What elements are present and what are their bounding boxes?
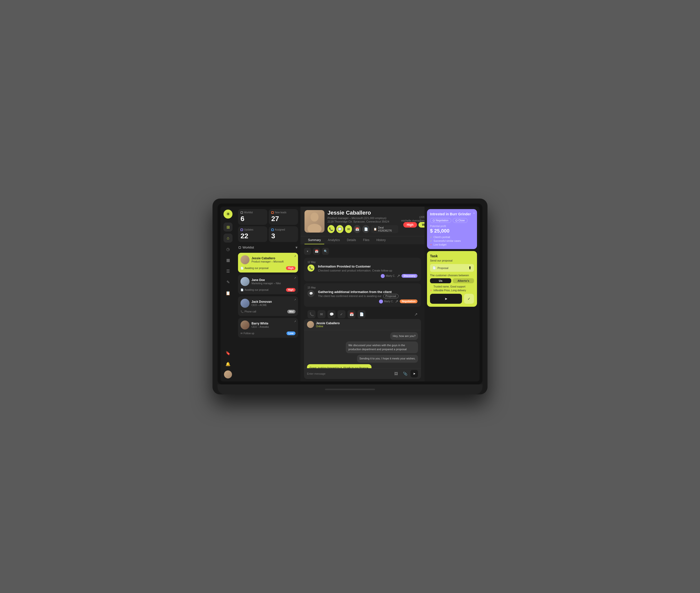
timeline-user-avatar-2 (379, 300, 383, 304)
image-attach-btn[interactable]: 🖼 (393, 370, 400, 377)
jane-status-icon: 📄 (241, 288, 244, 291)
task-check-1: ✓ Trusted name, Good support (430, 285, 474, 288)
expand-icon: ↗ (294, 255, 296, 258)
chat-send-btn[interactable]: ➤ (410, 370, 418, 378)
task-compare-options: Us Alberto's (430, 278, 474, 283)
timeline-item-2[interactable]: 15 May 💬 Gathering additional informatio… (304, 283, 421, 307)
timeline-item-1[interactable]: 12 May 📞 Information Provided to Custome… (304, 258, 421, 281)
deal-check-2: ✓ Successful similar cases (430, 240, 474, 242)
deal-profit-value: $ 25,000 (430, 228, 474, 234)
filter-search-btn[interactable]: 🔍 (322, 248, 329, 255)
contact-phone: (205) 555-0100 (401, 215, 425, 219)
deal-check-1: ✓ Client's portrait (430, 236, 474, 239)
user-avatar[interactable] (224, 370, 232, 379)
compare-alt-btn[interactable]: Alberto's (453, 278, 474, 283)
act-email-btn[interactable]: ✉ (318, 310, 326, 318)
task-check-no-icon-2: ✕ (430, 289, 432, 292)
email-action-btn[interactable]: ✉ (345, 225, 352, 233)
barry-role: CEO – Arasaka (252, 325, 269, 328)
barry-badge: Low (287, 331, 295, 335)
tab-details[interactable]: Details (343, 236, 360, 244)
filter-calendar-btn[interactable]: 📅 (313, 248, 320, 255)
sidebar-icon-doc[interactable]: 📋 (223, 288, 232, 298)
act-chat-btn[interactable]: 💬 (328, 310, 335, 318)
task-checklist: ✓ Trusted name, Good support ✕ Inflexibl… (430, 285, 474, 292)
sidebar-icon-home[interactable]: ⌂ (223, 234, 232, 243)
expand-icon-jane: ↗ (294, 277, 296, 279)
sidebar-icon-bookmark[interactable]: 🔖 (223, 349, 232, 357)
phone-action-btn[interactable]: 📞 (328, 225, 335, 233)
tab-files[interactable]: Files (360, 236, 373, 244)
doc-action-btn[interactable]: 📄 (362, 225, 369, 233)
act-doc-btn[interactable]: 📄 (358, 310, 366, 318)
contact-phone-email: (205) 555-0100 michelle.rivera@example.c… (401, 215, 425, 228)
tab-summary[interactable]: Summary (304, 236, 324, 244)
deal-card: + Intrested in Burr Grinder Negotiation … (427, 209, 477, 249)
keyboard-base (218, 385, 482, 394)
act-phone-btn[interactable]: 📞 (307, 310, 316, 318)
status-high-pill: High (403, 222, 417, 228)
expand-chat-icon[interactable]: ↗ (414, 312, 417, 317)
timeline-desc-1: Checked customer and product information… (318, 269, 392, 272)
jane-name: Jane Doe (252, 278, 281, 282)
proposal-upload-icon[interactable]: ⬆ (468, 266, 472, 270)
timeline-stage-1: Discovery (402, 274, 417, 278)
left-panel: Worklist 6 New leads 27 (235, 207, 300, 382)
stat-new-leads[interactable]: New leads 27 (269, 209, 298, 225)
contact-card-jessie[interactable]: ↗ Jessie Caballero Product manager – Mic… (238, 253, 298, 273)
stat-updates[interactable]: Updates 22 (238, 226, 267, 242)
svg-point-0 (310, 212, 319, 222)
timeline-icon-1: 📞 (307, 265, 315, 272)
timeline-user-avatar-1 (381, 274, 385, 278)
calendar-action-btn[interactable]: 📅 (354, 225, 361, 233)
sidebar-icon-chart[interactable]: ▦ (223, 255, 232, 265)
timeline-date-1: 12 May (307, 261, 417, 264)
jack-avatar (241, 299, 250, 308)
contact-actions: 📞 💬 ✉ 📅 📄 📋 Deal #32636276 (328, 225, 398, 233)
sidebar-icon-clock[interactable]: ◷ (223, 244, 232, 253)
expand-icon-barry: ↗ (294, 320, 296, 323)
deal-card-close-btn[interactable]: + (473, 211, 475, 215)
expand-timeline-2[interactable]: ↗ (395, 299, 398, 304)
chat-input[interactable] (307, 372, 391, 375)
sidebar-icon-calendar[interactable]: ☰ (223, 267, 232, 276)
task-complete-btn[interactable]: ✓ (464, 294, 474, 304)
jack-badge: Mid (287, 310, 295, 314)
deal-card-title: Intrested in Burr Grinder (430, 212, 474, 216)
expand-icon-jack: ↗ (294, 298, 296, 301)
stat-worklist[interactable]: Worklist 6 (238, 209, 267, 225)
proposal-icon: 📄 (241, 267, 244, 270)
contact-card-jack[interactable]: ↗ Jack Donovan CEO – ACME 📞 Phone call (238, 296, 298, 316)
timeline-area: ▾ 📅 🔍 12 May 📞 Information Provided to C… (300, 244, 425, 319)
sidebar-icon-edit[interactable]: ✎ (223, 278, 232, 286)
contact-card-barry[interactable]: ↗ Barry White CEO – Arasaka ✉ Follow up (238, 318, 298, 338)
new-leads-count: 27 (271, 215, 295, 223)
file-attach-btn[interactable]: 📎 (402, 370, 408, 377)
sidebar-icon-grid[interactable]: ⊞ (223, 223, 232, 232)
stat-assigned[interactable]: Assigned 3 (269, 226, 298, 242)
filter-funnel-btn[interactable]: ▾ (304, 248, 311, 255)
deal-stage-negotiation-btn[interactable]: Negotiation (430, 218, 451, 223)
tab-history[interactable]: History (373, 236, 389, 244)
tab-analytics[interactable]: Analytics (324, 236, 343, 244)
task-send-btn[interactable]: ➤ (430, 294, 462, 304)
right-panel: + Intrested in Burr Grinder Negotiation … (425, 207, 479, 382)
contact-main-name: Jessie Caballero (328, 209, 398, 216)
chat-action-btn[interactable]: 💬 (336, 225, 343, 233)
deal-stage-close-btn[interactable]: Close (453, 218, 468, 223)
worklist-expand-icon[interactable]: ▾ (295, 245, 297, 250)
barry-status-icon: ✉ (241, 332, 243, 335)
main-content: Jessie Caballero Product manager – Micro… (300, 207, 425, 382)
act-check-btn[interactable]: ✓ (337, 310, 345, 318)
act-calendar-btn[interactable]: 📅 (347, 310, 356, 318)
proposal-box: 📄 Proposal ⬆ (430, 264, 474, 272)
status-warm-pill: Warm (418, 222, 425, 228)
expand-timeline-1[interactable]: ↗ (397, 274, 400, 278)
contact-card-jane[interactable]: ↗ Jane Doe Marketing manager – Nike 📄 Aw… (238, 275, 298, 294)
timeline-icon-2: 💬 (307, 290, 315, 297)
jessie-badge: High (286, 266, 295, 270)
deal-checklist: ✓ Client's portrait ✓ Successful similar… (430, 236, 474, 246)
compare-us-btn[interactable]: Us (430, 278, 451, 283)
sidebar-icon-bell[interactable]: 🔔 (223, 359, 232, 368)
chat-toolbar: 🖼 📎 ➤ (304, 368, 421, 379)
